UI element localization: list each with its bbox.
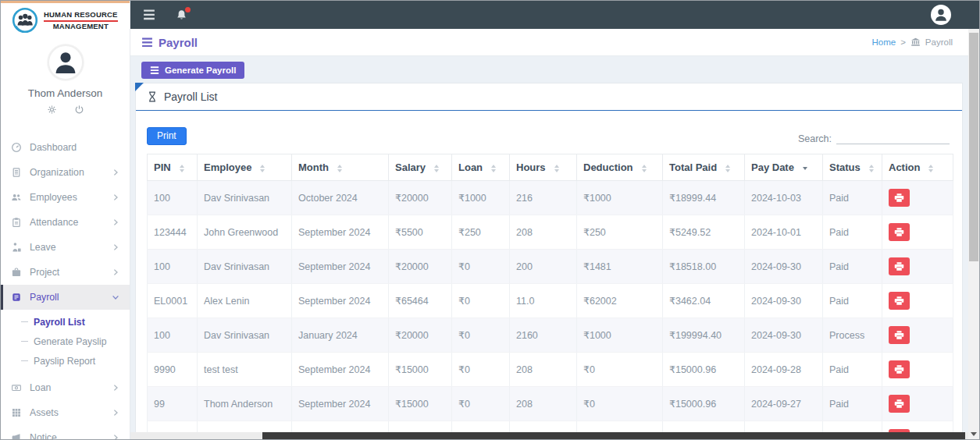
vertical-scrollbar-thumb[interactable] <box>969 33 978 261</box>
chevron-right-icon <box>112 268 119 276</box>
sidebar-subitem-label: Payroll List <box>34 317 85 328</box>
breadcrumb-home-link[interactable]: Home <box>871 37 896 47</box>
chevron-right-icon <box>112 218 119 226</box>
cell-month: September 2024 <box>292 250 389 284</box>
search-input[interactable] <box>836 131 950 144</box>
sort-desc-icon <box>803 167 807 170</box>
cell-hours: 2160 <box>510 318 577 353</box>
sort-both-icon <box>554 165 559 172</box>
column-header-loan[interactable]: Loan <box>452 154 510 181</box>
table-toolbar: Print Search: <box>136 111 962 152</box>
power-icon[interactable] <box>74 105 84 115</box>
column-label: Loan <box>458 161 483 173</box>
cell-hours: 11.0 <box>510 284 577 318</box>
column-header-action[interactable]: Action <box>882 154 953 181</box>
cell-salary: ₹20000 <box>389 250 452 284</box>
row-print-button[interactable] <box>889 223 910 241</box>
horizontal-scrollbar-thumb[interactable] <box>262 432 965 439</box>
chevron-right-icon <box>112 169 119 176</box>
cell-action <box>882 181 953 215</box>
row-print-button[interactable] <box>889 292 910 310</box>
cell-loan: ₹0 <box>452 284 510 318</box>
print-button[interactable]: Print <box>147 127 187 145</box>
cell-month: January 2024 <box>292 318 389 353</box>
tree-dash <box>21 360 28 361</box>
sidebar-item-payroll[interactable]: Payroll <box>1 285 130 310</box>
sidebar-item-label: Project <box>30 267 112 278</box>
gear-icon[interactable] <box>47 105 57 115</box>
navbar-user-avatar[interactable] <box>931 5 951 25</box>
row-print-button[interactable] <box>889 189 910 207</box>
sidebar-item-dashboard[interactable]: Dashboard <box>1 135 130 160</box>
chevron-right-icon <box>112 384 119 392</box>
cell-status: Paid <box>823 353 882 387</box>
column-header-pin[interactable]: PIN <box>148 154 198 181</box>
assets-icon <box>11 407 22 418</box>
column-header-month[interactable]: Month <box>292 154 389 181</box>
brand-logo[interactable]: HUMAN RESOURCE MANAGEMENT <box>1 1 130 37</box>
sidebar-subitem-generate-payslip[interactable]: Generate Payslip <box>1 332 130 351</box>
sidebar-item-assets[interactable]: Assets <box>1 400 130 425</box>
cell-hours: 216 <box>510 181 577 215</box>
sort-both-icon <box>869 165 874 172</box>
vertical-scrollbar[interactable] <box>968 29 979 440</box>
cell-pay-date: 2024-10-03 <box>745 181 823 215</box>
cell-deduction: ₹0 <box>577 353 663 387</box>
panel-title: Payroll List <box>164 90 217 103</box>
cell-action <box>882 284 953 318</box>
sidebar-item-employees[interactable]: Employees <box>1 185 130 210</box>
cell-pin: 100 <box>148 318 198 353</box>
sidebar-item-notice[interactable]: Notice <box>1 425 130 440</box>
row-print-button[interactable] <box>889 360 910 378</box>
sidebar-subitem-label: Generate Payslip <box>34 336 107 347</box>
sort-both-icon <box>434 165 439 172</box>
column-header-salary[interactable]: Salary <box>389 154 452 181</box>
cell-total-paid: ₹15000.96 <box>663 353 745 387</box>
row-print-button[interactable] <box>889 395 910 413</box>
scroll-down-arrow-icon <box>971 432 977 436</box>
sort-both-icon <box>642 165 647 172</box>
cell-pin: EL0001 <box>148 284 198 318</box>
sidebar-subitem-payroll-list[interactable]: Payroll List <box>1 312 130 332</box>
cell-loan: ₹0 <box>452 387 510 421</box>
cell-total-paid: ₹199994.40 <box>663 318 745 353</box>
sidebar-item-organization[interactable]: Organization <box>1 160 130 185</box>
column-header-status[interactable]: Status <box>823 154 882 181</box>
cell-loan: ₹250 <box>452 215 510 250</box>
generate-payroll-button[interactable]: Generate Payroll <box>141 62 244 79</box>
cell-salary: ₹65464 <box>389 284 452 318</box>
column-header-hours[interactable]: Hours <box>510 154 577 181</box>
cell-total-paid: ₹18518.00 <box>663 250 745 284</box>
cell-status: Paid <box>823 387 882 421</box>
cell-deduction: ₹1481 <box>577 250 663 284</box>
sort-both-icon <box>260 165 265 172</box>
column-header-employee[interactable]: Employee <box>198 154 292 181</box>
sidebar-item-project[interactable]: Project <box>1 260 130 285</box>
sidebar-item-label: Attendance <box>30 217 112 228</box>
sidebar-item-loan[interactable]: Loan <box>1 375 130 400</box>
column-header-deduction[interactable]: Deduction <box>577 154 663 181</box>
sidebar-subitem-payslip-report[interactable]: Payslip Report <box>1 351 130 371</box>
sidebar-item-leave[interactable]: Leave <box>1 235 130 260</box>
row-print-button[interactable] <box>889 326 910 344</box>
cell-salary: ₹15000 <box>389 353 452 387</box>
column-header-pay-date[interactable]: Pay Date <box>745 154 823 181</box>
user-avatar[interactable] <box>48 44 84 80</box>
sidebar-item-attendance[interactable]: Attendance <box>1 210 130 235</box>
sidebar-menu: DashboardOrganizationEmployeesAttendance… <box>1 135 130 440</box>
cell-pin: 99 <box>148 387 198 421</box>
bell-icon[interactable] <box>176 9 187 21</box>
project-icon <box>11 267 22 278</box>
hamburger-icon <box>150 66 159 75</box>
user-profile-card: Thom Anderson <box>1 44 130 115</box>
sidebar-subitem-label: Payslip Report <box>34 356 95 367</box>
hamburger-icon[interactable] <box>143 9 155 20</box>
horizontal-scrollbar[interactable] <box>130 432 970 439</box>
cell-pay-date: 2024-09-30 <box>745 284 823 318</box>
leave-icon <box>11 242 22 253</box>
column-header-total-paid[interactable]: Total Paid <box>663 154 745 181</box>
hrm-logo-icon <box>12 7 38 34</box>
cell-month: October 2024 <box>292 181 389 215</box>
row-print-button[interactable] <box>889 257 910 275</box>
printer-icon <box>894 296 904 306</box>
